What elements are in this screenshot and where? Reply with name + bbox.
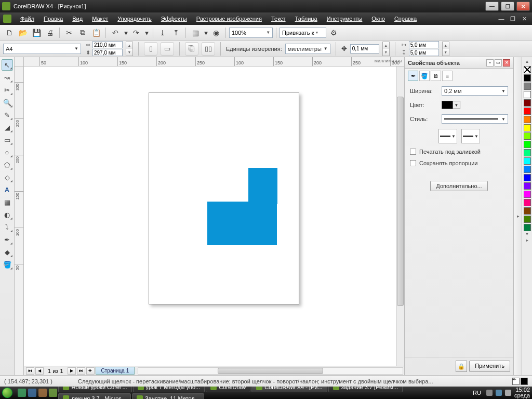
menu-правка[interactable]: Правка (39, 16, 68, 22)
menu-вид[interactable]: Вид (68, 16, 87, 22)
color-swatch[interactable] (524, 74, 531, 82)
color-swatch[interactable] (524, 116, 531, 123)
menu-справка[interactable]: Справка (390, 16, 421, 22)
add-page-button[interactable]: ✚ (86, 367, 95, 375)
outline-color-dropdown[interactable]: ▼ (453, 101, 460, 109)
ruler-origin[interactable] (15, 57, 24, 66)
smart-fill-tool[interactable]: ◢◢ (2, 122, 13, 133)
color-swatch[interactable] (524, 83, 531, 90)
menu-файл[interactable]: Файл (16, 16, 39, 22)
portrait-button[interactable]: ▯ (144, 42, 157, 56)
palette-down[interactable]: ▼ (525, 232, 529, 238)
outline-color-swatch[interactable] (442, 101, 453, 109)
paste-button[interactable]: 📋 (90, 26, 102, 39)
outline-width-selector[interactable]: 0,2 мм▼ (442, 86, 508, 96)
welcome-button[interactable]: ◉ (210, 26, 222, 39)
menu-таблица[interactable]: Таблица (290, 16, 322, 22)
nudge-input[interactable] (350, 44, 379, 54)
blue-shape-2[interactable] (248, 168, 277, 204)
mdi-minimize-button[interactable]: — (497, 15, 506, 22)
paper-size-selector[interactable]: A4 ▼ (3, 44, 81, 54)
minimize-button[interactable]: — (485, 2, 499, 11)
duplicate-x-input[interactable] (409, 41, 439, 48)
color-swatch[interactable] (524, 99, 531, 107)
menu-эффекты[interactable]: Эффекты (156, 16, 192, 22)
first-page-button[interactable]: ⏮ (26, 367, 34, 375)
horizontal-scrollbar[interactable] (138, 367, 403, 375)
taskbar-item[interactable]: CorelDraw (206, 387, 250, 392)
color-swatch[interactable] (524, 224, 531, 231)
zoom-selector[interactable]: 100% ▼ (229, 28, 273, 38)
undo-button[interactable]: ↶ (109, 26, 122, 39)
cut-button[interactable]: ✂ (63, 26, 75, 39)
page-width-input[interactable] (92, 41, 123, 48)
text-tool[interactable]: A (2, 184, 13, 195)
polygon-tool[interactable]: ⬠◢ (2, 159, 13, 170)
units-selector[interactable]: миллиметры ▼ (285, 44, 330, 54)
docker-close-button[interactable]: ✕ (503, 59, 510, 66)
undo-dropdown[interactable]: ▾ (123, 26, 129, 39)
eyedropper-tool[interactable]: ⤵◢ (2, 221, 13, 233)
redo-dropdown[interactable]: ▾ (143, 26, 150, 39)
crop-tool[interactable]: ✂◢ (2, 84, 13, 96)
language-indicator[interactable]: RU (471, 389, 483, 397)
fill-tab[interactable]: 🪣 (419, 71, 430, 81)
palette-expand[interactable]: ▸ (526, 238, 528, 244)
color-swatch[interactable] (524, 166, 531, 173)
vertical-ruler[interactable]: 30025020015010050 (15, 66, 24, 375)
color-swatch[interactable] (524, 157, 531, 165)
docker-side-tab[interactable]: ▸ (513, 57, 522, 375)
menu-растровые изображения[interactable]: Растровые изображения (192, 16, 267, 22)
ql-icon[interactable] (49, 389, 57, 397)
drawing-area[interactable]: миллиметры 50100150200250100150200250300… (15, 57, 404, 375)
taskbar-item[interactable]: Занятие_11 Метод... (132, 393, 204, 399)
ql-icon[interactable] (38, 389, 47, 397)
start-button[interactable] (0, 387, 15, 399)
maximize-button[interactable]: ❐ (501, 2, 514, 11)
color-swatch[interactable] (524, 141, 531, 148)
menu-текст[interactable]: Текст (267, 16, 290, 22)
rectangle-tool[interactable]: ▭◢ (2, 134, 13, 145)
taskbar-item[interactable]: Новые уроки Corel ... (58, 387, 131, 392)
color-swatch[interactable] (524, 132, 531, 140)
start-arrow-selector[interactable]: ▼ (438, 129, 457, 143)
horizontal-ruler[interactable]: миллиметры 50100150200250100150200250300 (24, 57, 404, 66)
save-button[interactable]: 💾 (30, 26, 43, 39)
import-button[interactable]: ⤓ (156, 26, 169, 39)
shape-tool[interactable]: ↝◢ (2, 72, 13, 83)
prev-page-button[interactable]: ◀ (35, 367, 44, 375)
docker-expand-button[interactable]: » (486, 59, 494, 66)
color-swatch[interactable] (524, 199, 531, 206)
mdi-restore-button[interactable]: ❐ (508, 15, 517, 22)
close-button[interactable]: ✕ (516, 2, 530, 11)
apply-button[interactable]: Применить (469, 361, 510, 372)
outline-tool[interactable]: ✒◢ (2, 234, 13, 245)
freehand-tool[interactable]: ✎◢ (2, 109, 13, 121)
color-swatch[interactable] (524, 182, 531, 190)
snap-to-dropdown[interactable]: Привязать к ▾ (280, 28, 326, 38)
ellipse-tool[interactable]: ○◢ (2, 147, 13, 158)
end-arrow-selector[interactable]: ▼ (461, 129, 480, 143)
fill-indicator[interactable]: ✒ (512, 378, 520, 385)
menu-макет[interactable]: Макет (87, 16, 113, 22)
pick-tool[interactable]: ↖◢ (2, 59, 13, 71)
open-button[interactable]: 📂 (17, 26, 29, 39)
outline-indicator[interactable] (521, 378, 528, 385)
clock[interactable]: 15:02 среда 05.03.2008 (514, 387, 530, 398)
lock-button[interactable]: 🔒 (456, 361, 467, 372)
current-page-button[interactable]: ▯▯ (202, 42, 215, 56)
next-page-button[interactable]: ▶ (68, 367, 76, 375)
blue-shape-1[interactable] (207, 202, 277, 245)
menu-окно[interactable]: Окно (367, 16, 390, 22)
taskbar-item[interactable]: урок 7 Методы упо... (133, 387, 205, 392)
color-swatch[interactable] (524, 124, 531, 131)
app-launcher-button[interactable]: ▦ (189, 26, 202, 39)
menu-инструменты[interactable]: Инструменты (322, 16, 367, 22)
docker-undock-button[interactable]: ▭ (495, 59, 502, 66)
tray-icon[interactable] (486, 390, 493, 396)
color-swatch[interactable] (524, 149, 531, 156)
ql-icon[interactable] (28, 389, 36, 397)
taskbar-item[interactable]: CorelDRAW X4 - [Ри... (251, 387, 327, 392)
canvas[interactable] (24, 66, 404, 366)
redo-button[interactable]: ↷ (130, 26, 142, 39)
